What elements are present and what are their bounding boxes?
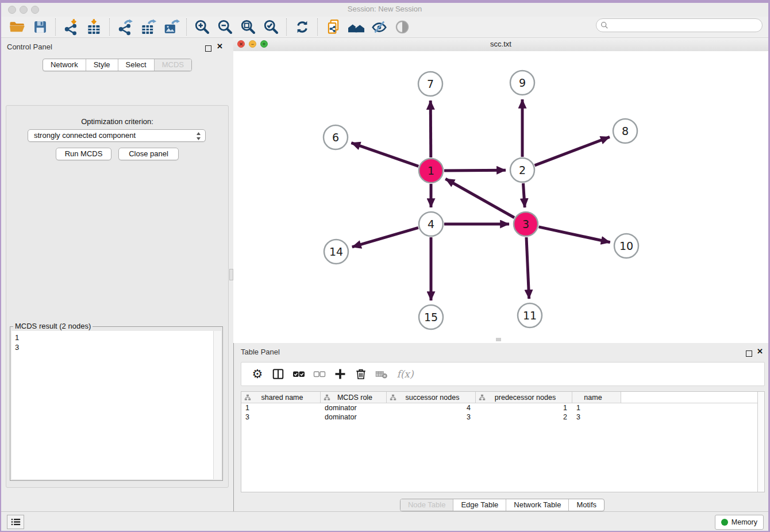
graph-node-8[interactable]: 8 — [613, 119, 637, 143]
memory-button[interactable]: Memory — [715, 515, 764, 530]
import-network-button[interactable] — [61, 18, 81, 36]
export-network-icon — [117, 18, 134, 36]
column-header-successor-nodes[interactable]: successor nodes — [387, 392, 476, 403]
control-panel-title: Control Panel — [7, 43, 52, 51]
graph-edge-1-7[interactable] — [430, 101, 431, 157]
task-history-button[interactable] — [7, 515, 24, 529]
table-cell[interactable]: 2 — [476, 413, 572, 421]
column-header-MCDS-role[interactable]: MCDS role — [321, 392, 387, 403]
control-panel-float-button[interactable] — [205, 44, 211, 54]
table-cell[interactable]: 1 — [572, 404, 621, 412]
table-row[interactable]: 3dominator323 — [241, 413, 764, 422]
import-table-button[interactable] — [84, 18, 104, 36]
delete-column-button[interactable] — [351, 364, 371, 384]
network-window-titlebar[interactable]: ✕ − + scc.txt — [233, 38, 768, 52]
table-cell[interactable]: dominator — [321, 404, 387, 412]
mcds-result-scrollbar[interactable] — [213, 331, 221, 479]
column-header-shared-name[interactable]: shared name — [241, 392, 321, 403]
table-cell[interactable]: 1 — [241, 404, 321, 412]
graph-node-14[interactable]: 14 — [324, 240, 348, 264]
desktop-edge — [0, 0, 1, 532]
zoom-in-button[interactable] — [192, 18, 212, 36]
table-panel-close-button[interactable]: ✕ — [757, 349, 763, 354]
tab-network-table[interactable]: Network Table — [506, 499, 568, 511]
graph-node-4[interactable]: 4 — [419, 212, 443, 236]
table-cell[interactable]: 3 — [241, 413, 321, 421]
run-mcds-button[interactable]: Run MCDS — [56, 148, 111, 160]
graph-edge-1-2[interactable] — [444, 170, 506, 171]
delete-table-button[interactable] — [371, 364, 392, 384]
tab-select[interactable]: Select — [118, 59, 154, 71]
table-cell[interactable]: 1 — [476, 404, 572, 412]
criterion-select[interactable]: strongly connected component — [28, 129, 206, 142]
tab-motifs[interactable]: Motifs — [568, 499, 604, 511]
graph-edge-2-8[interactable] — [535, 137, 610, 165]
graph-edge-3-11[interactable] — [526, 237, 529, 299]
tab-network[interactable]: Network — [43, 59, 86, 71]
hide-graphics-button[interactable] — [369, 18, 389, 36]
graph-node-11[interactable]: 11 — [518, 303, 542, 327]
table-row[interactable]: 1dominator411 — [241, 403, 764, 413]
table-panel-float-button[interactable] — [746, 349, 752, 359]
table-scrollbar[interactable] — [757, 392, 764, 492]
graph-node-10[interactable]: 10 — [614, 234, 638, 258]
hide-graphics-icon — [371, 18, 388, 36]
clone-network-button[interactable] — [324, 18, 343, 36]
graph-edge-1-6[interactable] — [351, 143, 418, 167]
control-panel-close-button[interactable]: ✕ — [217, 44, 223, 49]
table-cell[interactable]: 4 — [387, 404, 476, 412]
table-cell[interactable]: 3 — [387, 413, 476, 421]
show-graphics-button[interactable] — [392, 18, 412, 36]
graph-node-9[interactable]: 9 — [510, 71, 534, 95]
graph-edge-3-10[interactable] — [539, 227, 610, 242]
home-button[interactable] — [346, 18, 366, 36]
select-all-columns-button[interactable] — [288, 364, 309, 384]
zoom-selected-icon — [263, 18, 280, 36]
mcds-result-text[interactable]: 1 3 — [11, 331, 214, 479]
control-panel: Control Panel ✕ NetworkStyleSelectMCDS O… — [1, 38, 233, 512]
column-header-predecessor-nodes[interactable]: predecessor nodes — [476, 392, 572, 403]
column-header-name[interactable]: name — [572, 392, 621, 403]
select-all-checkbox-icon — [292, 367, 306, 381]
close-panel-button[interactable]: Close panel — [118, 148, 179, 160]
graph-node-3[interactable]: 3 — [514, 212, 538, 236]
zoom-out-icon — [217, 18, 234, 36]
table-cell[interactable]: dominator — [321, 413, 387, 421]
tab-style[interactable]: Style — [86, 59, 118, 71]
application-window: Session: New Session — [1, 3, 768, 531]
open-session-button[interactable] — [7, 18, 27, 36]
table-cell[interactable]: 3 — [572, 413, 621, 421]
graph-edge-2-3[interactable] — [523, 183, 525, 207]
export-image-button[interactable] — [161, 18, 181, 36]
graph-node-6[interactable]: 6 — [324, 125, 348, 149]
refresh-button[interactable] — [292, 18, 312, 36]
graph-node-1[interactable]: 1 — [419, 159, 443, 183]
tab-edge-table[interactable]: Edge Table — [453, 499, 506, 511]
export-network-button[interactable] — [116, 18, 135, 36]
deselect-all-columns-button[interactable] — [309, 364, 330, 384]
window-title: Session: New Session — [1, 5, 768, 13]
graph-edge-3-1[interactable] — [445, 179, 514, 218]
network-window: ✕ − + scc.txt 7 9 6 8 1 2 4 3 — [233, 38, 768, 343]
tab-mcds[interactable]: MCDS — [154, 59, 191, 71]
save-session-button[interactable] — [30, 18, 50, 36]
panel-divider-grip[interactable] — [229, 269, 233, 280]
tab-node-table[interactable]: Node Table — [401, 499, 453, 511]
zoom-selected-button[interactable] — [261, 18, 281, 36]
graph-node-7[interactable]: 7 — [418, 72, 442, 96]
show-graphics-icon — [394, 19, 410, 35]
export-table-button[interactable] — [138, 18, 158, 36]
node-table: shared name MCDS role successor nodes pr… — [241, 391, 765, 492]
split-pane-button[interactable] — [268, 364, 288, 384]
search-input[interactable] — [596, 18, 763, 32]
graph-node-15[interactable]: 15 — [419, 305, 443, 329]
zoom-out-button[interactable] — [215, 18, 235, 36]
network-canvas[interactable]: 7 9 6 8 1 2 4 3 14 10 15 11 — [233, 51, 768, 343]
zoom-fit-button[interactable] — [238, 18, 258, 36]
function-builder-button[interactable]: f(x) — [392, 364, 418, 384]
create-column-button[interactable] — [330, 364, 351, 384]
table-settings-button[interactable]: ⚙ — [247, 364, 268, 384]
graph-node-2[interactable]: 2 — [510, 158, 534, 182]
network-scroll-grip[interactable] — [496, 338, 501, 341]
graph-edge-4-14[interactable] — [352, 228, 418, 247]
